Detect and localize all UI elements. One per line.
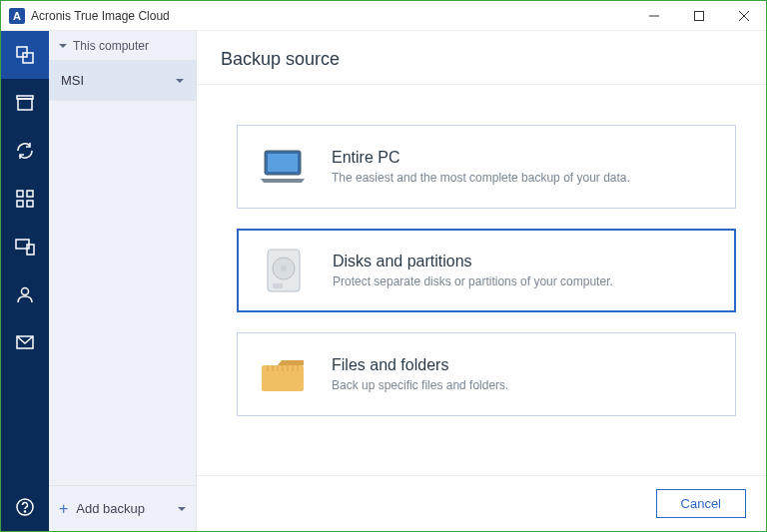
svg-rect-6 [18, 99, 32, 110]
svg-rect-4 [17, 47, 27, 57]
option-entire-pc[interactable]: Entire PC The easiest and the most compl… [237, 125, 736, 209]
option-desc: Back up specific files and folders. [332, 378, 508, 392]
sidebar-header[interactable]: This computer [49, 31, 196, 61]
rail-dashboard-icon[interactable] [1, 175, 49, 223]
svg-rect-9 [27, 191, 33, 197]
window-controls [631, 1, 766, 30]
main-panel: Backup source Entire PC The easiest and … [197, 31, 766, 531]
rail-backup-icon[interactable] [1, 31, 49, 79]
app-window: A Acronis True Image Cloud [0, 0, 767, 532]
maximize-button[interactable] [676, 1, 721, 30]
svg-point-22 [281, 266, 287, 271]
svg-rect-8 [17, 191, 23, 197]
body: This computer MSI + Add backup Backup so… [1, 31, 766, 531]
disk-icon [257, 247, 311, 294]
svg-rect-19 [268, 154, 298, 172]
backup-list-sidebar: This computer MSI + Add backup [49, 31, 197, 531]
option-title: Files and folders [332, 356, 508, 374]
main-header: Backup source [197, 31, 766, 85]
folder-icon [256, 355, 310, 393]
rail-sync-icon[interactable] [1, 127, 49, 175]
close-button[interactable] [721, 1, 766, 30]
option-desc: Protect separate disks or partitions of … [333, 274, 613, 288]
rail-mail-icon[interactable] [1, 318, 49, 366]
rail-account-icon[interactable] [1, 270, 49, 318]
backup-source-options: Entire PC The easiest and the most compl… [197, 85, 766, 475]
option-title: Entire PC [332, 149, 630, 167]
plus-icon: + [59, 500, 68, 518]
chevron-down-icon [176, 79, 184, 83]
option-desc: The easiest and the most complete backup… [332, 171, 630, 185]
titlebar: A Acronis True Image Cloud [1, 1, 766, 31]
footer: Cancel [197, 475, 766, 531]
option-title: Disks and partitions [333, 253, 613, 270]
rail-devices-icon[interactable] [1, 223, 49, 270]
svg-rect-5 [23, 53, 33, 63]
sidebar-item-msi[interactable]: MSI [49, 61, 196, 101]
minimize-button[interactable] [631, 1, 676, 30]
window-title: Acronis True Image Cloud [31, 9, 631, 23]
app-icon: A [9, 8, 25, 24]
add-backup-button[interactable]: + Add backup [49, 485, 196, 531]
cancel-button[interactable]: Cancel [656, 489, 746, 518]
svg-rect-23 [273, 283, 283, 288]
laptop-icon [256, 149, 310, 185]
sidebar-item-label: MSI [61, 73, 84, 88]
chevron-down-icon [178, 507, 186, 511]
svg-point-14 [22, 288, 29, 295]
svg-point-17 [24, 511, 25, 512]
svg-rect-7 [17, 96, 33, 99]
add-backup-label: Add backup [76, 501, 145, 516]
svg-rect-11 [27, 201, 33, 207]
option-files-folders[interactable]: Files and folders Back up specific files… [237, 332, 736, 416]
nav-rail [1, 31, 49, 531]
rail-archive-icon[interactable] [1, 79, 49, 127]
sidebar-header-label: This computer [73, 39, 149, 53]
svg-rect-1 [694, 11, 703, 20]
page-title: Backup source [221, 49, 742, 70]
option-disks-partitions[interactable]: Disks and partitions Protect separate di… [237, 229, 736, 312]
chevron-down-icon [59, 44, 67, 48]
rail-help-icon[interactable] [1, 483, 49, 531]
svg-rect-10 [17, 201, 23, 207]
svg-rect-13 [27, 245, 34, 255]
